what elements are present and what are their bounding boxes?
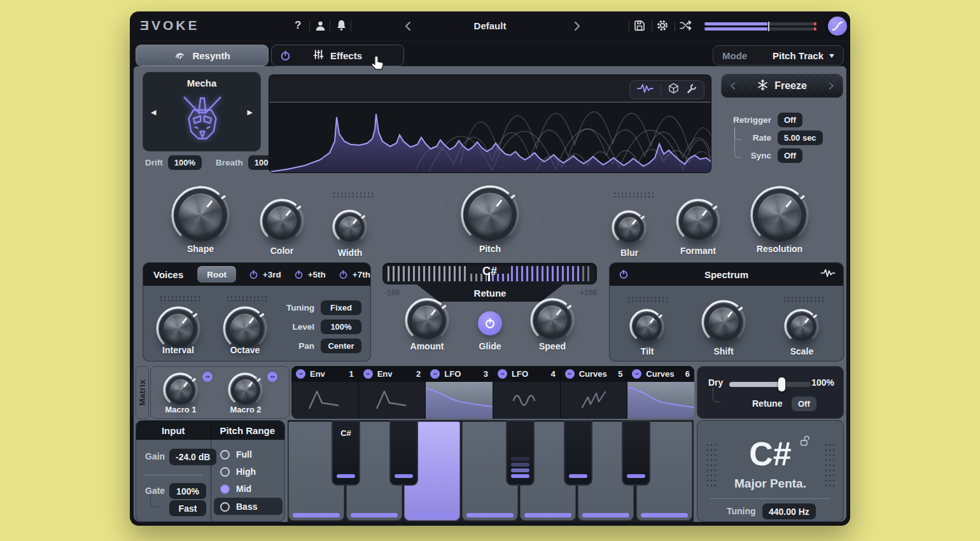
retune-speed-label: Speed xyxy=(514,341,591,351)
macro1-assign-icon[interactable] xyxy=(201,370,214,383)
mod-assign-icon[interactable] xyxy=(296,369,305,379)
mod-assign-icon[interactable] xyxy=(363,369,373,379)
power-icon xyxy=(249,270,258,279)
wrench-tools-icon[interactable] xyxy=(686,83,697,97)
settings-gear-icon[interactable] xyxy=(656,19,669,34)
mod-slot-env1[interactable]: Env 1 xyxy=(291,366,359,419)
pitch-knob[interactable] xyxy=(458,183,522,246)
model-prev-icon[interactable]: ◀ xyxy=(151,108,156,116)
gain-value[interactable]: -24.0 dB xyxy=(169,449,216,465)
tab-resynth[interactable]: Resynth xyxy=(136,45,269,66)
macro1-knob[interactable] xyxy=(162,372,199,409)
mod-slot-lfo4[interactable]: LFO 4 xyxy=(493,366,561,419)
formant-knob[interactable] xyxy=(674,197,722,245)
slot-display-active[interactable] xyxy=(627,382,694,419)
level-row: Level 100% xyxy=(275,320,361,334)
voice-root-button[interactable]: Root xyxy=(197,266,236,283)
meter-bar-right xyxy=(704,27,816,31)
gate-value[interactable]: 100% xyxy=(169,483,206,499)
mod-assign-icon[interactable] xyxy=(565,369,575,379)
mecha-preset-panel[interactable]: Mecha ◀ ▶ xyxy=(143,72,261,151)
tuning-value[interactable]: Fixed xyxy=(321,300,361,315)
slot-number: 3 xyxy=(484,369,488,379)
curve-toggle-button[interactable] xyxy=(828,17,847,36)
color-knob[interactable] xyxy=(258,197,306,245)
preset-prev-button[interactable] xyxy=(403,21,412,34)
tilt-knob[interactable] xyxy=(629,308,666,345)
rate-value[interactable]: 5.00 sec xyxy=(778,130,823,145)
mod-assign-icon[interactable] xyxy=(430,369,440,379)
black-key-asharp[interactable] xyxy=(622,420,650,486)
black-key-fsharp[interactable] xyxy=(506,420,535,486)
voice-3rd-toggle[interactable]: +3rd xyxy=(249,270,281,279)
resolution-knob[interactable] xyxy=(748,183,811,247)
mode-selector[interactable]: Mode Pitch Track xyxy=(713,45,844,66)
retune-speed-knob[interactable] xyxy=(528,296,577,344)
sync-value[interactable]: Off xyxy=(778,148,802,163)
black-key-csharp[interactable]: C# xyxy=(332,420,360,486)
main-content: Mecha ◀ ▶ Drift 100% Breath 100% xyxy=(134,66,846,522)
dry-retune-toggle[interactable]: Off xyxy=(792,397,816,411)
save-icon[interactable] xyxy=(634,20,645,34)
model-next-icon[interactable]: ▶ xyxy=(248,108,253,116)
preset-name[interactable]: Default xyxy=(439,20,541,31)
scale-root-note[interactable]: C# xyxy=(697,435,843,473)
blur-knob[interactable] xyxy=(611,209,648,246)
slot-display[interactable] xyxy=(493,382,560,419)
notifications-bell-icon[interactable] xyxy=(335,19,347,34)
pitch-range-option-bass[interactable]: Bass xyxy=(220,502,257,512)
mod-slot-curves5[interactable]: Curves 5 xyxy=(561,366,628,419)
effects-power-icon[interactable] xyxy=(280,50,291,63)
scale-name[interactable]: Major Penta. xyxy=(697,477,843,491)
retune-pitch-meter[interactable]: C# xyxy=(382,263,597,285)
slot-display-active[interactable] xyxy=(426,382,493,419)
black-key-gsharp[interactable] xyxy=(564,420,592,486)
gate-speed-value[interactable]: Fast xyxy=(169,500,206,516)
scale-tuning-value[interactable]: 440.00 Hz xyxy=(762,503,816,519)
retrigger-value[interactable]: Off xyxy=(778,113,802,127)
radio-icon[interactable] xyxy=(220,502,230,512)
shape-knob[interactable] xyxy=(169,183,232,247)
mod-slot-curves6[interactable]: Curves 6 xyxy=(627,366,694,419)
pitch-range-option-high[interactable]: High xyxy=(220,467,256,477)
waveform-icon[interactable] xyxy=(637,83,654,97)
radio-icon[interactable] xyxy=(220,450,230,460)
shift-knob[interactable] xyxy=(699,298,748,346)
matrix-tab[interactable]: Matrix xyxy=(136,366,149,419)
retrigger-label: Retrigger xyxy=(711,115,771,125)
help-button[interactable]: ? xyxy=(295,19,301,32)
pitch-range-option-full[interactable]: Full xyxy=(220,449,252,460)
mod-slot-env2[interactable]: Env 2 xyxy=(359,366,426,419)
randomize-shuffle-icon[interactable] xyxy=(680,20,692,33)
dice-randomize-icon[interactable] xyxy=(668,83,679,97)
voice-5th-toggle[interactable]: +5th xyxy=(294,270,326,279)
macro2-knob[interactable] xyxy=(227,372,264,409)
voice-7th-toggle[interactable]: +7th xyxy=(339,270,370,279)
preset-next-button[interactable] xyxy=(573,21,582,34)
account-icon[interactable] xyxy=(314,20,326,34)
slot-display[interactable] xyxy=(359,382,426,419)
breath-label: Breath xyxy=(216,158,243,167)
slot-display[interactable] xyxy=(291,382,358,419)
level-value[interactable]: 100% xyxy=(321,320,361,334)
glide-toggle-button[interactable] xyxy=(478,311,502,335)
blur-knob-label: Blur xyxy=(591,248,668,258)
dry-slider[interactable] xyxy=(729,382,811,387)
mod-assign-icon[interactable] xyxy=(632,369,641,379)
dry-slider-handle[interactable] xyxy=(778,377,785,391)
pitch-range-option-mid[interactable]: Mid xyxy=(220,484,251,494)
radio-icon[interactable] xyxy=(220,467,230,477)
width-knob[interactable] xyxy=(332,209,368,246)
mod-assign-icon[interactable] xyxy=(498,369,507,379)
freeze-button[interactable]: Freeze xyxy=(721,74,843,98)
pan-value[interactable]: Center xyxy=(321,339,361,353)
drift-value[interactable]: 100% xyxy=(168,155,202,170)
radio-icon-selected[interactable] xyxy=(220,484,230,494)
retune-amount-knob[interactable] xyxy=(403,296,451,344)
slot-display[interactable] xyxy=(561,382,627,419)
macro2-assign-icon[interactable] xyxy=(266,370,279,383)
black-key-dsharp[interactable] xyxy=(389,420,418,486)
separator xyxy=(652,21,652,31)
scale-knob[interactable] xyxy=(783,308,820,345)
mod-slot-lfo3[interactable]: LFO 3 xyxy=(426,366,493,419)
